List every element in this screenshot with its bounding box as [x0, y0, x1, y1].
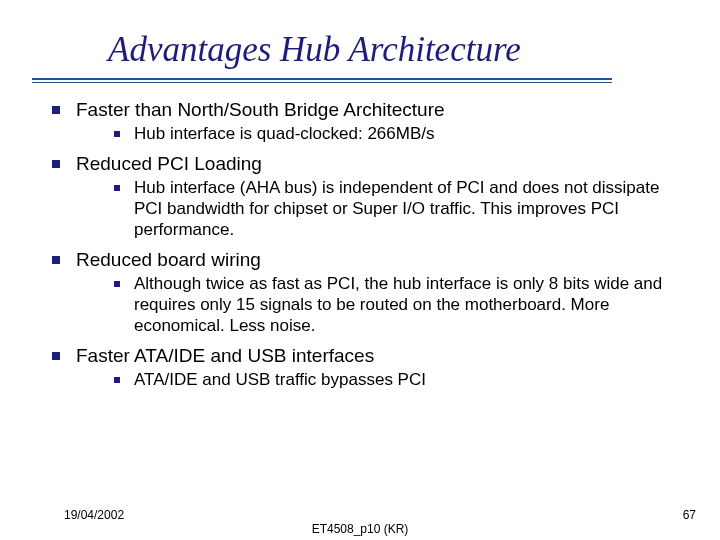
- slide: Advantages Hub Architecture Faster than …: [0, 0, 720, 540]
- square-bullet-icon: [52, 106, 60, 114]
- square-bullet-icon: [52, 256, 60, 264]
- footer-date: 19/04/2002: [64, 508, 124, 522]
- bullet-text: Hub interface is quad-clocked: 266MB/s: [134, 124, 680, 145]
- square-bullet-icon: [114, 377, 120, 383]
- bullet-lvl2: Hub interface (AHA bus) is independent o…: [114, 178, 680, 240]
- footer-center: ET4508_p10 (KR): [0, 522, 720, 536]
- bullet-lvl1: Faster ATA/IDE and USB interfaces: [52, 344, 680, 368]
- sub-list: Hub interface is quad-clocked: 266MB/s: [114, 124, 680, 145]
- bullet-text: ATA/IDE and USB traffic bypasses PCI: [134, 370, 680, 391]
- bullet-text: Reduced PCI Loading: [76, 152, 680, 176]
- bullet-text: Faster than North/South Bridge Architect…: [76, 98, 680, 122]
- bullet-text: Reduced board wiring: [76, 248, 680, 272]
- square-bullet-icon: [114, 185, 120, 191]
- bullet-text: Although twice as fast as PCI, the hub i…: [134, 274, 680, 336]
- bullet-lvl1: Faster than North/South Bridge Architect…: [52, 98, 680, 122]
- slide-title: Advantages Hub Architecture: [0, 0, 720, 69]
- bullet-text: Hub interface (AHA bus) is independent o…: [134, 178, 680, 240]
- bullet-lvl2: Although twice as fast as PCI, the hub i…: [114, 274, 680, 336]
- sub-list: Although twice as fast as PCI, the hub i…: [114, 274, 680, 336]
- square-bullet-icon: [52, 160, 60, 168]
- square-bullet-icon: [52, 352, 60, 360]
- sub-list: ATA/IDE and USB traffic bypasses PCI: [114, 370, 680, 391]
- title-underline: [32, 78, 612, 84]
- bullet-lvl2: Hub interface is quad-clocked: 266MB/s: [114, 124, 680, 145]
- square-bullet-icon: [114, 131, 120, 137]
- square-bullet-icon: [114, 281, 120, 287]
- bullet-lvl1: Reduced PCI Loading: [52, 152, 680, 176]
- footer-page-number: 67: [683, 508, 696, 522]
- slide-body: Faster than North/South Bridge Architect…: [52, 98, 680, 399]
- sub-list: Hub interface (AHA bus) is independent o…: [114, 178, 680, 240]
- bullet-lvl1: Reduced board wiring: [52, 248, 680, 272]
- bullet-lvl2: ATA/IDE and USB traffic bypasses PCI: [114, 370, 680, 391]
- bullet-text: Faster ATA/IDE and USB interfaces: [76, 344, 680, 368]
